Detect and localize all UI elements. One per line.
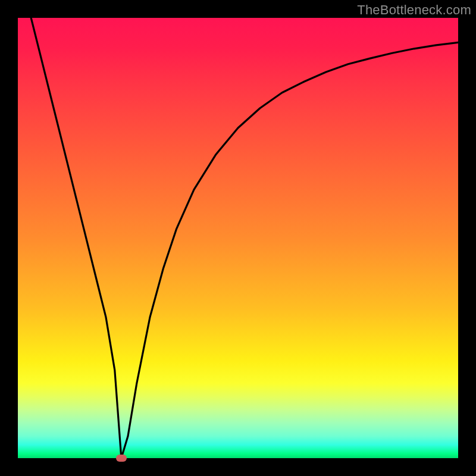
chart-frame: TheBottleneck.com [0, 0, 476, 476]
bottleneck-curve [18, 18, 458, 458]
curve-line [31, 18, 458, 458]
watermark-text: TheBottleneck.com [357, 2, 471, 18]
optimal-point-marker [116, 455, 127, 462]
plot-area [18, 18, 458, 458]
